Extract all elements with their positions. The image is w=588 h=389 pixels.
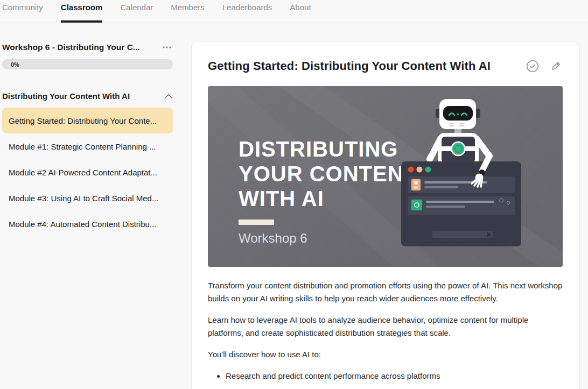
lesson-item-module-1[interactable]: Module #1: Strategic Content Planning ..… — [2, 133, 173, 159]
lesson-item-module-4[interactable]: Module #4: Automated Content Distribu... — [2, 211, 173, 237]
course-sidebar: Workshop 6 - Distributing Your C... 0% D… — [0, 23, 178, 389]
lesson-bullet-list: Research and predict content performance… — [208, 370, 563, 383]
tab-community[interactable]: Community — [2, 0, 43, 23]
tab-members[interactable]: Members — [171, 0, 205, 23]
lesson-main: Getting Started: Distributing Your Conte… — [178, 23, 588, 389]
hero-image: DISTRIBUTING YOUR CONTENT WITH AI Worksh… — [208, 86, 563, 267]
lesson-card: Getting Started: Distributing Your Conte… — [191, 41, 579, 389]
lesson-paragraph: You'll discover how to use AI to: — [208, 348, 563, 361]
lesson-bullet: Research and predict content performance… — [226, 370, 563, 383]
lesson-paragraph: Transform your content distribution and … — [208, 279, 563, 305]
course-header: Workshop 6 - Distributing Your C... — [2, 43, 173, 52]
lesson-list: Getting Started: Distributing Your Conte… — [2, 108, 173, 237]
check-circle-icon[interactable] — [525, 59, 540, 74]
ellipsis-icon[interactable] — [161, 45, 173, 50]
tab-classroom[interactable]: Classroom — [61, 0, 103, 23]
lesson-body: Transform your content distribution and … — [208, 279, 563, 383]
course-progress-bar: 0% — [2, 59, 173, 69]
lesson-title: Getting Started: Distributing Your Conte… — [208, 59, 491, 73]
lesson-item-module-3[interactable]: Module #3: Using AI to Craft Social Med.… — [2, 185, 173, 211]
pencil-icon[interactable] — [549, 59, 563, 73]
lesson-actions — [525, 59, 563, 74]
svg-text:WITH AI: WITH AI — [239, 187, 324, 210]
lesson-paragraph: Learn how to leverage AI tools to analyz… — [208, 314, 563, 340]
module-section-header[interactable]: Distributing Your Content With AI — [2, 91, 173, 101]
tab-leaderboards[interactable]: Leaderboards — [222, 0, 272, 23]
hero-subtitle: Workshop 6 — [239, 231, 307, 245]
hero-accent-bar — [239, 220, 274, 225]
tab-calendar[interactable]: Calendar — [120, 0, 153, 23]
top-nav: Community Classroom Calendar Members Lea… — [0, 0, 588, 23]
tab-about[interactable]: About — [290, 0, 311, 23]
chevron-up-icon[interactable] — [164, 94, 173, 98]
feed-window-illustration — [401, 161, 521, 246]
module-section-title: Distributing Your Content With AI — [2, 91, 130, 101]
page-body: Workshop 6 - Distributing Your C... 0% D… — [0, 23, 588, 389]
course-title: Workshop 6 - Distributing Your C... — [2, 43, 140, 52]
lesson-card-header: Getting Started: Distributing Your Conte… — [208, 59, 563, 74]
progress-percent-label: 0% — [2, 61, 19, 68]
svg-text:YOUR CONTENT: YOUR CONTENT — [239, 162, 417, 186]
svg-text:DISTRIBUTING: DISTRIBUTING — [239, 137, 398, 161]
lesson-item-getting-started[interactable]: Getting Started: Distributing Your Conte… — [2, 108, 173, 133]
lesson-item-module-2[interactable]: Module #2 AI-Powered Content Adaptat... — [2, 159, 173, 185]
